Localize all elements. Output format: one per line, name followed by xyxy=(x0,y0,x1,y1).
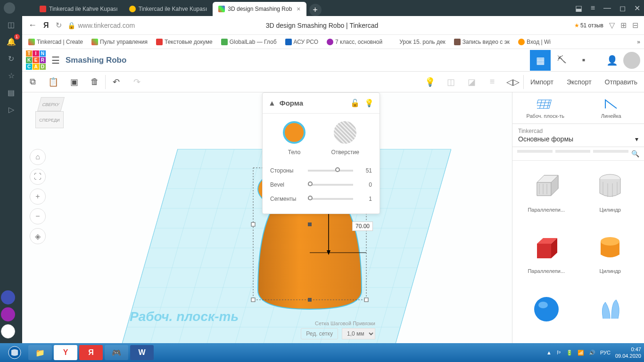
yandex-logo[interactable]: Я xyxy=(43,21,49,30)
shape-box-hole[interactable]: Параллелепи... xyxy=(516,165,577,222)
redo-icon[interactable]: ↷ xyxy=(126,72,147,92)
collapse-icon[interactable]: ▲ xyxy=(268,99,276,107)
app-icon[interactable]: 🎮 xyxy=(105,345,128,360)
zoom-in-icon[interactable]: + xyxy=(30,189,46,205)
tray-flag-icon[interactable]: 🏳 xyxy=(556,350,561,355)
prop-value[interactable]: 1 xyxy=(358,196,372,202)
paste-icon[interactable]: 📋 xyxy=(43,72,64,92)
search-icon[interactable]: 🔍 xyxy=(631,150,639,157)
translate-icon[interactable]: ⊞ xyxy=(620,21,627,30)
minecraft-icon[interactable]: ⛏ xyxy=(552,50,572,71)
settings-icon[interactable]: ≡ xyxy=(591,4,595,13)
assistant-3[interactable] xyxy=(1,324,15,338)
media-icon[interactable]: ▷ xyxy=(6,104,17,115)
lego-icon[interactable]: ▪ xyxy=(573,50,594,71)
tray-network-icon[interactable]: 📶 xyxy=(578,350,584,356)
bookmark-item[interactable]: Урок 15. роль дек xyxy=(391,39,446,45)
close-tab-icon[interactable]: × xyxy=(297,5,300,13)
slider[interactable] xyxy=(308,198,353,200)
tray-battery-icon[interactable]: 🔋 xyxy=(566,350,573,356)
edit-grid-button[interactable]: Ред. сетку xyxy=(301,328,338,339)
mirror-icon[interactable]: ◁▷ xyxy=(503,72,523,92)
prop-value[interactable]: 51 xyxy=(358,167,372,174)
apps-icon[interactable]: ◫ xyxy=(6,19,17,30)
ruler-tool[interactable]: Линейка xyxy=(578,92,644,123)
shape-sphere[interactable] xyxy=(516,288,577,339)
hole-option[interactable]: Отверстие xyxy=(331,121,359,156)
user-avatar[interactable] xyxy=(623,52,640,69)
blocks-mode-icon[interactable]: ▦ xyxy=(530,50,551,71)
3d-canvas[interactable]: СВЕРХУ СПЕРЕДИ ⌂ ⛶ + − ◈ xyxy=(22,92,512,343)
bookmark-icon[interactable]: ▽ xyxy=(609,21,615,30)
reload-icon[interactable]: ↻ xyxy=(56,21,62,30)
notifications-icon[interactable]: 🔔 xyxy=(6,36,17,47)
project-name[interactable]: Smashing Robo xyxy=(66,56,126,65)
tray-up-icon[interactable]: ▲ xyxy=(546,350,552,355)
delete-icon[interactable]: 🗑 xyxy=(84,72,105,92)
ortho-view-icon[interactable]: ◈ xyxy=(30,228,46,244)
bulb-icon[interactable]: 💡 xyxy=(420,72,440,92)
new-tab-button[interactable]: + xyxy=(309,4,322,16)
tray-lang[interactable]: РУС xyxy=(600,350,611,355)
browser-tab-3[interactable]: 3D design Smashing Rob × xyxy=(213,2,306,16)
bookmark-item[interactable]: Запись видео с эк xyxy=(454,39,510,45)
bookmark-item[interactable]: 7 класс, основной xyxy=(327,39,382,45)
bookmark-item[interactable]: Пульт управления xyxy=(91,39,148,45)
send-button[interactable]: Отправить xyxy=(598,78,644,86)
yandex-browser-icon[interactable]: Y xyxy=(54,345,77,360)
favorites-icon[interactable]: ☆ xyxy=(6,70,17,81)
bookmark-item[interactable]: GlobalLab — Глоб xyxy=(221,39,277,45)
maximize-icon[interactable]: ◻ xyxy=(619,4,626,13)
close-window-icon[interactable]: ✕ xyxy=(634,4,640,13)
tray-clock[interactable]: 0:47 09.04.2020 xyxy=(615,346,641,359)
add-user-icon[interactable]: 👤 xyxy=(602,50,622,71)
viewcube-front[interactable]: СПЕРЕДИ xyxy=(35,111,64,128)
tinkercad-logo[interactable]: TIN KER CAD xyxy=(26,50,46,70)
fit-view-icon[interactable]: ⛶ xyxy=(30,169,46,185)
bulb-icon[interactable]: 💡 xyxy=(364,99,374,107)
home-view-icon[interactable]: ⌂ xyxy=(30,149,46,165)
downloads-icon[interactable]: ▤ xyxy=(6,87,17,98)
category-selector[interactable]: Tinkercad Основные формы▾ xyxy=(512,124,644,147)
history-icon[interactable]: ↻ xyxy=(6,53,17,64)
list-icon[interactable]: ☰ xyxy=(50,53,62,68)
pin-icon[interactable]: ⬓ xyxy=(575,4,582,13)
shape-box[interactable]: Параллелепи... xyxy=(516,226,577,283)
browser-tab-1[interactable]: Tinkercad ile Kahve Kupası xyxy=(34,2,124,16)
zoom-out-icon[interactable]: − xyxy=(30,208,46,224)
workplane-tool[interactable]: Рабоч. плоск-ть xyxy=(512,92,578,123)
export-button[interactable]: Экспорт xyxy=(560,78,598,86)
align-icon[interactable]: ≡ xyxy=(482,72,503,92)
profile-icon[interactable] xyxy=(4,2,15,14)
shape-cylinder-hole[interactable]: Цилиндр xyxy=(580,165,641,222)
prop-value[interactable]: 0 xyxy=(358,181,372,188)
bookmarks-overflow[interactable]: » xyxy=(637,39,640,45)
shape-organic[interactable] xyxy=(580,288,641,339)
tray-volume-icon[interactable]: 🔊 xyxy=(589,350,595,356)
snap-select[interactable]: 1,0 мм xyxy=(342,328,375,339)
dimension-value[interactable]: 70.00 xyxy=(352,222,373,231)
start-button[interactable] xyxy=(3,345,26,360)
slider[interactable] xyxy=(308,170,353,172)
lock-icon[interactable]: 🔓 xyxy=(350,99,360,107)
undo-icon[interactable]: ↶ xyxy=(106,72,126,92)
back-icon[interactable]: ← xyxy=(28,20,37,30)
extensions-icon[interactable]: ⊟ xyxy=(632,21,638,30)
duplicate-icon[interactable]: ▣ xyxy=(64,72,84,92)
shape-cylinder[interactable]: Цилиндр xyxy=(580,226,641,283)
bookmark-item[interactable]: Вход | Wi xyxy=(518,39,551,45)
assistant-1[interactable] xyxy=(1,290,15,304)
bookmark-item[interactable]: Текстовые докуме xyxy=(156,39,213,45)
slider[interactable] xyxy=(308,184,353,186)
ungroup-icon[interactable]: ◪ xyxy=(461,72,482,92)
import-button[interactable]: Импорт xyxy=(524,78,560,86)
bookmark-item[interactable]: Tinkercad | Create xyxy=(28,39,83,45)
bookmark-item[interactable]: АСУ РСО xyxy=(285,39,319,45)
rating-badge[interactable]: ★51 отзыв xyxy=(574,22,603,29)
explorer-icon[interactable]: 📁 xyxy=(28,345,52,360)
minimize-icon[interactable]: — xyxy=(603,4,611,13)
viewcube-top[interactable]: СВЕРХУ xyxy=(37,97,65,111)
word-icon[interactable]: W xyxy=(130,345,154,360)
group-icon[interactable]: ◫ xyxy=(440,72,461,92)
yandex-icon[interactable]: Я xyxy=(79,345,103,360)
